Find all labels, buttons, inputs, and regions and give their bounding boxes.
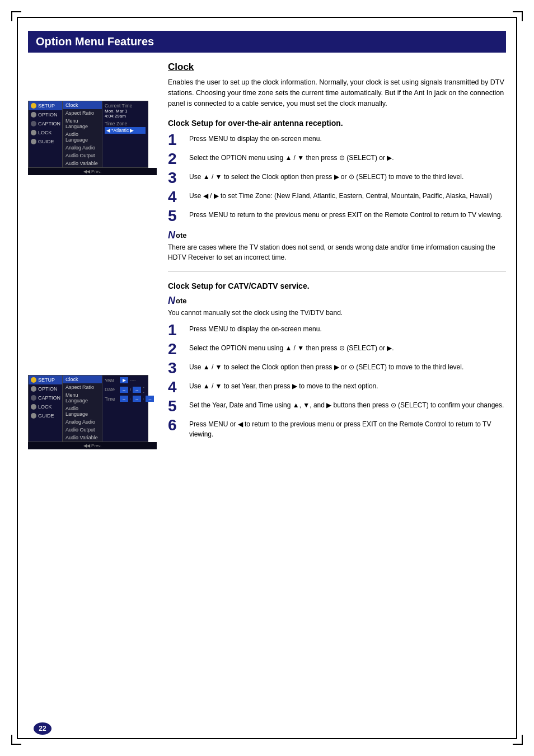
step-number: 1 bbox=[168, 132, 186, 148]
menu2-date-sep1: / bbox=[130, 387, 131, 392]
menu1-timezone-value: ◀ *Atlantic ▶ bbox=[105, 127, 146, 134]
step-number: 4 bbox=[168, 379, 186, 395]
right-column: Clock Enables the user to set up the clo… bbox=[168, 62, 506, 445]
catv-note-top-text: You cannot manually set the clock using … bbox=[168, 308, 506, 318]
sidebar-label-caption: CAPTION bbox=[38, 121, 60, 126]
menu2-year-row: Year ▶ ---- bbox=[105, 377, 146, 383]
sidebar-item-caption: CAPTION bbox=[29, 119, 62, 128]
step-item: 2 Select the OPTION menu using ▲ / ▼ the… bbox=[168, 151, 506, 167]
note-n-icon: N bbox=[168, 229, 175, 241]
step-item: 4 Use ◀ / ▶ to set Time Zone: (New F.lan… bbox=[168, 189, 506, 205]
option2-icon bbox=[31, 386, 36, 392]
lock-icon bbox=[31, 130, 36, 135]
menu1-timezone-section: Time Zone ◀ *Atlantic ▶ bbox=[105, 121, 146, 134]
note-n-icon: N bbox=[168, 295, 175, 307]
clock-body: Enables the user to set up the clock inf… bbox=[168, 77, 506, 109]
sidebar-label-option: OPTION bbox=[38, 112, 58, 118]
main-content: Clock Enables the user to set up the clo… bbox=[28, 62, 506, 728]
antenna-note: N ote There are cases where the TV stati… bbox=[168, 229, 506, 262]
sidebar2-label-option: OPTION bbox=[38, 386, 58, 392]
sidebar-label-setup: SETUP bbox=[38, 103, 55, 109]
note-ote: ote bbox=[176, 297, 187, 305]
step-number: 4 bbox=[168, 189, 186, 205]
menu2-item-clock: Clock bbox=[63, 375, 102, 383]
menu2-item-aspect: Aspect Ratio bbox=[63, 383, 102, 391]
sidebar-item-guide: GUIDE bbox=[29, 137, 62, 146]
menu2-time-sep2: : bbox=[143, 396, 144, 401]
menu-item-audiolang: Audio Language bbox=[63, 130, 102, 144]
menu-item-analogaudio: Analog Audio bbox=[63, 144, 102, 152]
menu2-item-menulang: Menu Language bbox=[63, 391, 102, 405]
step-text: Select the OPTION menu using ▲ / ▼ then … bbox=[189, 341, 394, 353]
menu2-time-h: -- bbox=[120, 396, 128, 402]
menu-2-center: Clock Aspect Ratio Menu Language Audio L… bbox=[62, 375, 102, 442]
sidebar2-item-guide: GUIDE bbox=[29, 411, 62, 420]
guide2-icon bbox=[31, 413, 36, 419]
page-border-right bbox=[516, 17, 517, 739]
menu-screenshot-2: SETUP OPTION CAPTION LOCK GUIDE bbox=[28, 375, 157, 449]
menu-1-sidebar: SETUP OPTION CAPTION LOCK GUIDE bbox=[29, 101, 62, 167]
step-text: Use ▲ / ▼ to select the Clock option the… bbox=[189, 360, 463, 372]
antenna-steps: 1 Press MENU to display the on-screen me… bbox=[168, 132, 506, 224]
menu2-item-audiolang: Audio Language bbox=[63, 405, 102, 418]
step-item: 6 Press MENU or ◀ to return to the previ… bbox=[168, 417, 506, 439]
caption-icon bbox=[31, 121, 36, 126]
menu-1-wrap: SETUP OPTION CAPTION LOCK GUIDE bbox=[28, 101, 148, 168]
step-number: 3 bbox=[168, 170, 186, 186]
antenna-note-text: There are cases where the TV station doe… bbox=[168, 243, 506, 262]
menu2-date-v2: -- bbox=[133, 387, 141, 393]
menu-item-aspect: Aspect Ratio bbox=[63, 109, 102, 117]
step-item: 3 Use ▲ / ▼ to select the Clock option t… bbox=[168, 170, 506, 186]
menu-2-sidebar: SETUP OPTION CAPTION LOCK GUIDE bbox=[29, 375, 62, 442]
sidebar2-item-setup: SETUP bbox=[29, 375, 62, 384]
sidebar2-label-guide: GUIDE bbox=[38, 413, 54, 419]
menu-1-footer: ◀◀ Prev. bbox=[28, 168, 157, 175]
sidebar2-label-caption: CAPTION bbox=[38, 395, 60, 401]
guide-icon bbox=[31, 139, 36, 144]
sidebar-item-option: OPTION bbox=[29, 110, 62, 119]
lock2-icon bbox=[31, 404, 36, 410]
step-number: 2 bbox=[168, 151, 186, 167]
setup2-icon bbox=[31, 377, 36, 383]
menu1-current-time-value: Mon. Mar 1 4:04:29am bbox=[105, 109, 146, 119]
corner-br bbox=[513, 735, 523, 745]
menu2-date-v1: -- bbox=[120, 387, 128, 393]
menu-item-clock: Clock bbox=[63, 101, 102, 109]
step-number: 1 bbox=[168, 322, 186, 338]
menu-item-menulang: Menu Language bbox=[63, 117, 102, 130]
step-item: 4 Use ▲ / ▼ to set Year, then press ▶ to… bbox=[168, 379, 506, 395]
step-text: Use ▲ / ▼ to select the Clock option the… bbox=[189, 170, 463, 182]
catv-subtitle: Clock Setup for CATV/CADTV service. bbox=[168, 281, 506, 290]
step-item: 3 Use ▲ / ▼ to select the Clock option t… bbox=[168, 360, 506, 376]
menu2-year-dash: ---- bbox=[130, 378, 136, 383]
menu2-time-sep1: : bbox=[130, 396, 131, 401]
page-number-text: 22 bbox=[39, 725, 46, 732]
menu2-item-audioout: Audio Output bbox=[63, 426, 102, 434]
menu-item-audiovar: Audio Variable bbox=[63, 159, 102, 167]
step-item: 5 Set the Year, Date and Time using ▲, ▼… bbox=[168, 398, 506, 414]
step-text: Press MENU to display the on-screen menu… bbox=[189, 132, 322, 144]
menu2-time-label: Time bbox=[105, 396, 118, 402]
menu2-time-m: -- bbox=[133, 396, 141, 402]
step-text: Select the OPTION menu using ▲ / ▼ then … bbox=[189, 151, 394, 163]
step-text: Use ▲ / ▼ to set Year, then press ▶ to m… bbox=[189, 379, 378, 391]
menu2-year-value: ▶ bbox=[120, 377, 128, 383]
menu1-footer-text: ◀◀ Prev. bbox=[83, 169, 101, 174]
sidebar-label-lock: LOCK bbox=[38, 130, 52, 135]
sidebar-item-setup: SETUP bbox=[29, 101, 62, 110]
menu-2-footer: ◀◀ Prev. bbox=[28, 442, 157, 449]
sidebar-label-guide: GUIDE bbox=[38, 139, 54, 144]
step-item: 5 Press MENU to return to the previous m… bbox=[168, 208, 506, 224]
sidebar2-item-lock: LOCK bbox=[29, 402, 62, 411]
step-number: 6 bbox=[168, 417, 186, 433]
menu2-date-label: Date bbox=[105, 387, 118, 392]
corner-bl bbox=[11, 735, 21, 745]
caption2-icon bbox=[31, 395, 36, 401]
step-item: 1 Press MENU to display the on-screen me… bbox=[168, 322, 506, 338]
page-title: Option Menu Features bbox=[36, 35, 154, 48]
step-number: 5 bbox=[168, 208, 186, 224]
step-item: 2 Select the OPTION menu using ▲ / ▼ the… bbox=[168, 341, 506, 357]
menu-screenshot-1: SETUP OPTION CAPTION LOCK GUIDE bbox=[28, 101, 157, 175]
menu-2-right: Year ▶ ---- Date -- / -- -- Time -- : --… bbox=[102, 375, 148, 442]
menu2-date-row: Date -- / -- -- bbox=[105, 384, 146, 395]
